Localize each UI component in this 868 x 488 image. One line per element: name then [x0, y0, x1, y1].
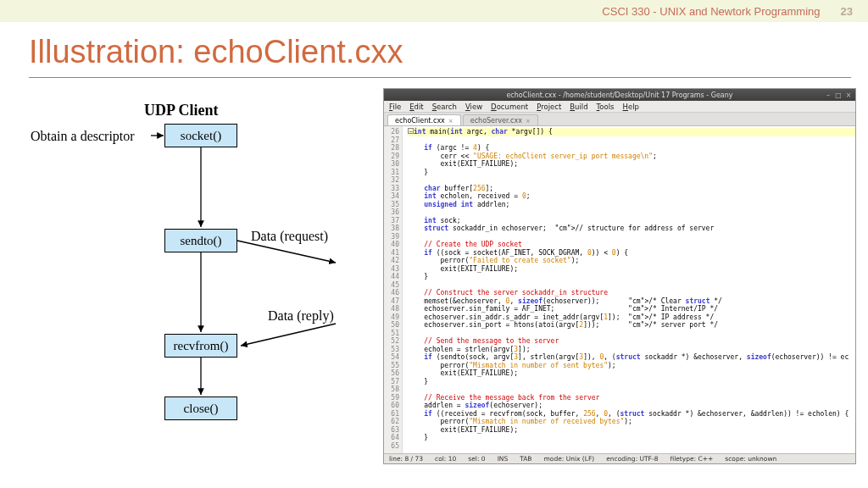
udp-client-flowchart: UDP Client socket() sendto() recvfrom() … — [0, 95, 356, 459]
menu-document[interactable]: Document — [491, 103, 528, 111]
status-sel: sel: 0 — [468, 455, 485, 463]
editor-titlebar: echoClient.cxx - /home/student/Desktop/U… — [384, 89, 855, 101]
page-number: 23 — [841, 5, 853, 18]
status-filetype: filetype: C++ — [670, 455, 713, 463]
editor-tabs: echoClient.cxx × echoServer.cxx × — [384, 113, 855, 126]
close-tab-icon[interactable]: × — [448, 118, 453, 125]
flow-box-sendto: sendto() — [164, 229, 237, 252]
status-col: col: 10 — [435, 455, 456, 463]
status-tab: TAB — [520, 455, 531, 463]
close-icon[interactable]: × — [845, 92, 852, 99]
tab-echoserver[interactable]: echoServer.cxx × — [463, 114, 538, 125]
editor-window: echoClient.cxx - /home/student/Desktop/U… — [383, 88, 856, 464]
line-number-gutter: 26 27 28 29 30 31 32 33 34 35 36 37 38 3… — [384, 126, 403, 453]
flow-label-request: Data (request) — [251, 229, 328, 244]
status-ins: INS — [498, 455, 509, 463]
status-scope: scope: unknown — [725, 455, 776, 463]
menu-file[interactable]: File — [389, 103, 401, 111]
editor-window-title: echoClient.cxx - /home/student/Desktop/U… — [506, 92, 732, 99]
menu-help[interactable]: Help — [623, 103, 639, 111]
course-label: CSCI 330 - UNIX and Newtork Programming — [602, 5, 820, 18]
status-mode: mode: Unix (LF) — [544, 455, 595, 463]
status-line: line: 8 / 73 — [389, 455, 423, 463]
flow-box-recvfrom: recvfrom() — [164, 334, 237, 358]
menu-search[interactable]: Search — [432, 103, 457, 111]
slide-content: UDP Client socket() sendto() recvfrom() … — [0, 78, 868, 476]
menu-view[interactable]: View — [465, 103, 482, 111]
editor-code-area[interactable]: 26 27 28 29 30 31 32 33 34 35 36 37 38 3… — [384, 126, 855, 453]
menu-edit[interactable]: Edit — [409, 103, 423, 111]
editor-statusbar: line: 8 / 73 col: 10 sel: 0 INS TAB mode… — [384, 453, 855, 463]
menu-project[interactable]: Project — [537, 103, 561, 111]
tab-echoclient[interactable]: echoClient.cxx × — [387, 114, 461, 125]
tab-label: echoClient.cxx — [395, 117, 445, 125]
close-tab-icon[interactable]: × — [526, 118, 531, 125]
flow-label-obtain: Obtain a descriptor — [31, 129, 135, 144]
flow-box-socket: socket() — [164, 124, 237, 147]
source-code[interactable]: –int main(int argc, char *argv[]) { if (… — [403, 126, 855, 453]
svg-line-5 — [241, 324, 336, 346]
slide-title: Illustration: echoClient.cxx — [0, 22, 868, 77]
maximize-icon[interactable]: □ — [835, 92, 842, 99]
slide-header: CSCI 330 - UNIX and Newtork Programming … — [0, 0, 868, 22]
minimize-icon[interactable]: – — [825, 92, 832, 99]
tab-label: echoServer.cxx — [470, 117, 522, 125]
editor-menubar: File Edit Search View Document Project B… — [384, 101, 855, 113]
menu-tools[interactable]: Tools — [597, 103, 615, 111]
flow-box-close: close() — [164, 396, 237, 420]
flow-label-reply: Data (reply) — [268, 308, 334, 324]
menu-build[interactable]: Build — [570, 103, 587, 111]
status-encoding: encoding: UTF-8 — [606, 455, 658, 463]
window-controls: – □ × — [825, 92, 852, 99]
